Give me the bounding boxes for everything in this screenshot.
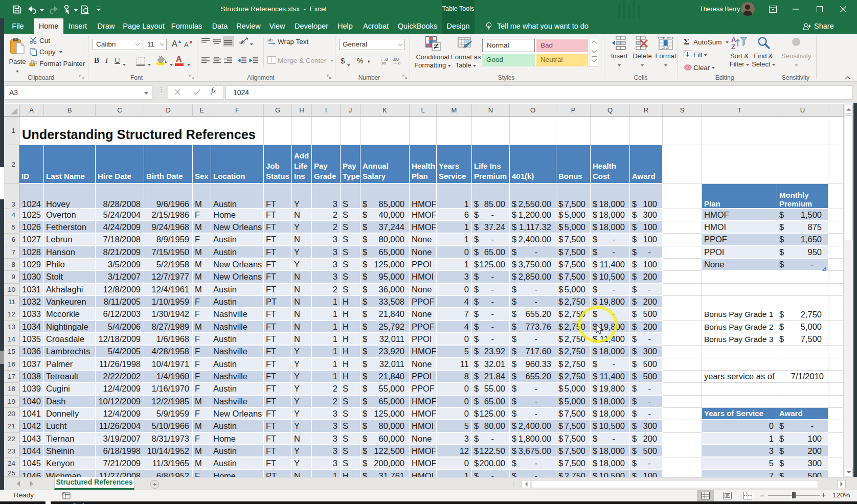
- svg-text:→.0: →.0: [394, 61, 400, 65]
- svg-text:ab: ab: [239, 39, 245, 44]
- svg-text:A: A: [731, 36, 736, 43]
- svg-text:Z: Z: [731, 43, 735, 50]
- svg-text:.00: .00: [381, 61, 386, 65]
- svg-text:ab: ab: [267, 37, 273, 42]
